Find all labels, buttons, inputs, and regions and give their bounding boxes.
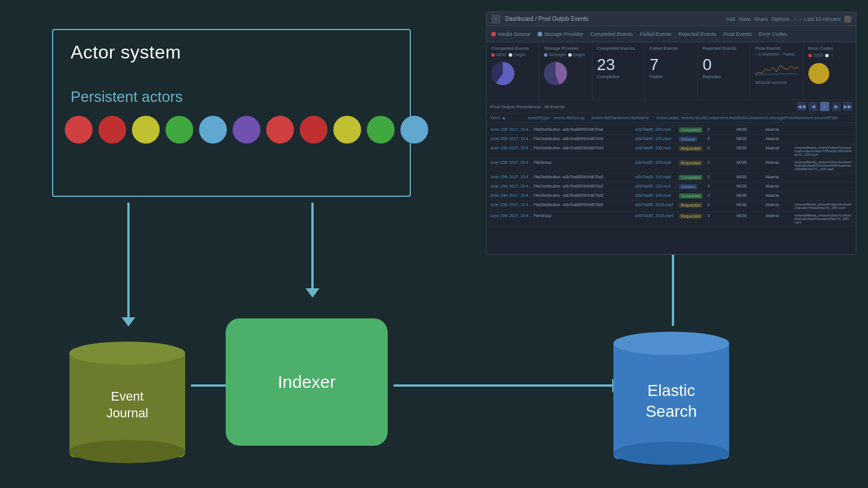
filter-failed[interactable]: Failed Events (640, 31, 672, 37)
cell-event-type: FileDistribution (534, 137, 562, 141)
page-next[interactable]: ▶ (832, 102, 841, 111)
elastic-search-label: ElasticSearch (646, 380, 697, 423)
close-button[interactable] (844, 16, 851, 23)
event-journal-wrapper: EventJournal (69, 353, 185, 457)
col-file-group[interactable]: event.fileGroup (553, 115, 591, 120)
cell-result-code: 0 (708, 146, 737, 150)
metric-filter-row-1: HDG Origin (491, 52, 534, 57)
error-filters: 2000 ○ (808, 53, 851, 57)
pagination: ◀◀ ◀ 1 ▶ ▶▶ (797, 102, 852, 111)
col-event-type[interactable]: eventType (528, 115, 554, 120)
cell-event-type: FileGroup (534, 160, 562, 164)
cell-file-group: a3b7ba8ERI04d870a5 (562, 203, 606, 207)
cell-state: Completed (679, 175, 708, 180)
cell-file-group: a3b7ba8ERI04d87044 (562, 137, 606, 141)
cell-media-source: M036 (737, 214, 766, 218)
filter-media-source-label: Media Source (498, 31, 531, 37)
elastic-cylinder: ElasticSearch (613, 343, 729, 459)
col-time[interactable]: Time ▲ (490, 115, 528, 120)
col-file-name[interactable]: event.fileName (619, 115, 657, 120)
cell-result-code: 0 (708, 137, 737, 141)
cell-media-source: M036 (737, 146, 766, 150)
metric-error-codes: Error Codes 2000 ○ (804, 42, 856, 100)
col-media-source[interactable]: event.mediaSource (716, 115, 756, 120)
table-row[interactable]: June 15th 2017, 15:48:06.277 FileDistrib… (487, 173, 856, 182)
filter-error-codes-label: Error Codes (759, 31, 787, 37)
col-result-code[interactable]: event.resultCode (682, 115, 716, 120)
actor-dot-4 (199, 116, 227, 144)
completed-pie-chart (491, 62, 514, 85)
table-row[interactable]: June 15th 2017, 15:48:13.238 FileDistrib… (487, 135, 856, 144)
cell-media-source: M036 (737, 193, 766, 197)
metric-completed: Completed Events HDG Origin (487, 42, 539, 100)
table-row[interactable]: June 15th 2017, 15:48:05.721 FileDistrib… (487, 192, 856, 201)
arrow-actor-to-indexer (311, 203, 314, 289)
cell-time: June 15th 2017, 15:48:13.548 (490, 127, 534, 131)
table-row[interactable]: June 15th 2017, 15:48:12.160 FileGroup a… (487, 159, 856, 173)
elastic-cylinder-top (613, 332, 729, 355)
cell-file-name: a3b7ba85_205.mp4 (635, 160, 678, 164)
col-source-path[interactable]: event.sourcePath (802, 115, 852, 120)
filter-completed-label: Completed Events (590, 31, 633, 37)
cell-event-type: FileDistribution (534, 184, 562, 188)
cell-result-code: 0 (708, 184, 737, 188)
page-prev[interactable]: ◀ (808, 102, 818, 111)
page-first[interactable]: ◀◀ (797, 102, 806, 111)
cell-event-type: FileDistribution (534, 127, 562, 131)
add-button[interactable]: Add (726, 16, 735, 22)
share-button[interactable]: Share (754, 16, 768, 22)
table-body: June 15th 2017, 15:48:13.548 FileDistrib… (487, 123, 856, 226)
rejected-label: Rejected (703, 74, 745, 79)
filter-storage-provider[interactable]: Storage Provider (538, 31, 584, 37)
table-row[interactable]: June 15th 2017, 15:48:05.717 FileDistrib… (487, 182, 856, 192)
table-row[interactable]: June 15th 2017, 15:48:04.143 FileGroup a… (487, 212, 856, 226)
metric-sparkline: Final Events ○ Completed ○ Failed 60ms/3… (751, 42, 803, 100)
metric-section-title-5: Rejected Events (703, 46, 745, 51)
metric-completed-count: Completed Events 23 Completed (593, 42, 645, 100)
cell-storage-provider: Akamai (766, 160, 795, 164)
persistent-actors-label: Persistent actors (71, 88, 183, 106)
save-button[interactable]: Save (738, 16, 751, 22)
cell-time: June 15th 2017, 15:48:13.238 (490, 146, 534, 150)
chart-label: 60ms/30 seconds (755, 80, 798, 85)
filter-error-codes[interactable]: Error Codes (759, 31, 787, 37)
cell-file-group: a3b7ba8ERI04d870aa (562, 127, 606, 131)
cell-file-name: a3b7ba85_2015.mp4 (635, 214, 678, 218)
cell-state: Requested (679, 214, 708, 219)
back-button[interactable]: ‹ (491, 14, 501, 24)
cell-source-path: /shared/Media_share/Folder/Archive/Oat/a… (795, 160, 852, 171)
cell-time: June 15th 2017, 15:48:13.238 (490, 137, 534, 141)
filter-final[interactable]: Final Events (723, 31, 752, 37)
time-range[interactable]: ← ○ Last 15 minutes (793, 16, 841, 22)
col-state[interactable]: event.state (656, 115, 682, 120)
cell-state: Requested (679, 160, 708, 166)
cell-state: Completed (679, 127, 708, 133)
table-row[interactable]: June 15th 2017, 15:48:13.238 FileDistrib… (487, 144, 856, 159)
elastic-cylinder-bottom (613, 442, 729, 465)
page-1[interactable]: 1 (820, 102, 829, 111)
cell-storage-provider: Akamai (766, 184, 795, 188)
actor-system-box: Actor system Persistent actors (52, 29, 411, 197)
cell-event-type: FileDistribution (534, 146, 562, 150)
cylinder-top (69, 342, 185, 365)
table-row[interactable]: June 15th 2017, 15:48:06.290 FileDistrib… (487, 201, 856, 212)
filter-media-source[interactable]: Media Source (491, 31, 531, 37)
options-button[interactable]: Options (771, 16, 789, 22)
cell-file-name: a3b7ba85_2015.mp4 (635, 203, 678, 207)
table-row[interactable]: June 15th 2017, 15:48:13.548 FileDistrib… (487, 126, 856, 135)
cell-file-name: a3b7ba85_210.mp4 (635, 184, 678, 188)
cell-media-source: M036 (737, 184, 766, 188)
filter-final-label: Final Events (723, 31, 752, 37)
col-file-part[interactable]: event.filePart (591, 115, 619, 120)
metric-filter-row-2: N/Origin Origin (544, 52, 587, 57)
final-legend: ○ Completed ○ Failed (755, 52, 798, 56)
col-storage-provider[interactable]: event.storageProvider (756, 115, 801, 120)
cell-source-path: /shared/Media_share/Folder/Archive/Oat/a… (795, 203, 852, 210)
cell-time: June 15th 2017, 15:48:12.160 (490, 160, 534, 164)
dashboard-panel: ‹ Dashboard / Prod Outjob Events Add Sav… (486, 12, 856, 255)
event-journal-label: EventJournal (106, 388, 148, 421)
filter-item-origin-2: Origin (568, 52, 585, 57)
filter-rejected[interactable]: Rejected Events (678, 31, 716, 37)
filter-completed[interactable]: Completed Events (590, 31, 633, 37)
page-last[interactable]: ▶▶ (843, 102, 852, 111)
